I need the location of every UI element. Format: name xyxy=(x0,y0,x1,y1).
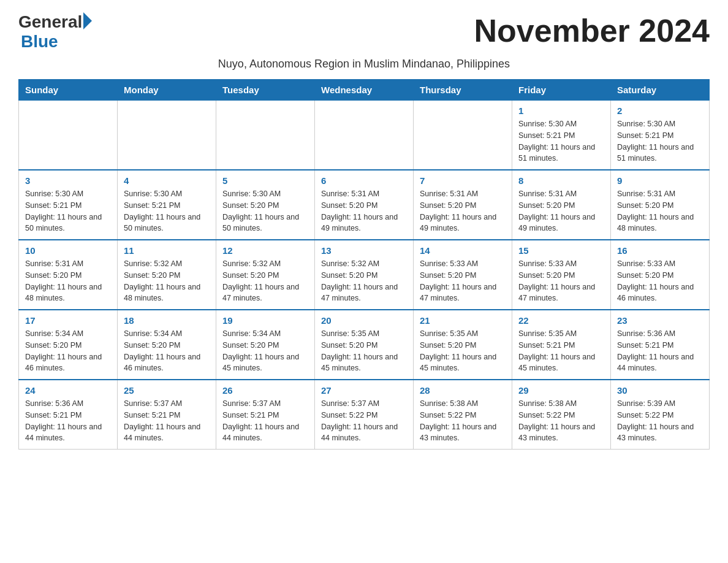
day-number: 6 xyxy=(321,175,407,186)
calendar-header-row: SundayMondayTuesdayWednesdayThursdayFrid… xyxy=(19,80,710,101)
day-info: Sunrise: 5:31 AMSunset: 5:20 PMDaylight:… xyxy=(617,188,703,234)
calendar-cell: 5Sunrise: 5:30 AMSunset: 5:20 PMDaylight… xyxy=(216,170,315,240)
day-number: 26 xyxy=(222,385,308,396)
day-number: 10 xyxy=(25,245,111,256)
day-info: Sunrise: 5:34 AMSunset: 5:20 PMDaylight:… xyxy=(25,328,111,374)
calendar-cell xyxy=(414,101,512,170)
calendar-week-1: 1Sunrise: 5:30 AMSunset: 5:21 PMDaylight… xyxy=(19,101,710,170)
calendar-cell: 30Sunrise: 5:39 AMSunset: 5:22 PMDayligh… xyxy=(611,380,710,450)
header-sunday: Sunday xyxy=(19,80,118,101)
calendar-cell xyxy=(19,101,118,170)
subtitle: Nuyo, Autonomous Region in Muslim Mindan… xyxy=(18,58,710,71)
calendar-cell: 26Sunrise: 5:37 AMSunset: 5:21 PMDayligh… xyxy=(216,380,315,450)
calendar-cell: 28Sunrise: 5:38 AMSunset: 5:22 PMDayligh… xyxy=(414,380,512,450)
day-number: 25 xyxy=(124,385,210,396)
day-info: Sunrise: 5:36 AMSunset: 5:21 PMDaylight:… xyxy=(25,398,111,444)
calendar-cell: 24Sunrise: 5:36 AMSunset: 5:21 PMDayligh… xyxy=(19,380,118,450)
calendar-cell: 4Sunrise: 5:30 AMSunset: 5:21 PMDaylight… xyxy=(118,170,216,240)
calendar-cell: 29Sunrise: 5:38 AMSunset: 5:22 PMDayligh… xyxy=(512,380,611,450)
day-number: 12 xyxy=(222,245,308,256)
header-saturday: Saturday xyxy=(611,80,710,101)
day-info: Sunrise: 5:32 AMSunset: 5:20 PMDaylight:… xyxy=(321,258,407,304)
logo-blue-container xyxy=(82,15,92,29)
calendar-cell xyxy=(118,101,216,170)
calendar-cell: 13Sunrise: 5:32 AMSunset: 5:20 PMDayligh… xyxy=(315,240,414,310)
calendar-cell: 22Sunrise: 5:35 AMSunset: 5:21 PMDayligh… xyxy=(512,310,611,380)
day-info: Sunrise: 5:33 AMSunset: 5:20 PMDaylight:… xyxy=(518,258,604,304)
day-number: 2 xyxy=(617,105,703,116)
day-number: 30 xyxy=(617,385,703,396)
calendar-cell xyxy=(315,101,414,170)
calendar-cell: 8Sunrise: 5:31 AMSunset: 5:20 PMDaylight… xyxy=(512,170,611,240)
day-number: 14 xyxy=(420,245,506,256)
day-info: Sunrise: 5:32 AMSunset: 5:20 PMDaylight:… xyxy=(124,258,210,304)
calendar-cell: 25Sunrise: 5:37 AMSunset: 5:21 PMDayligh… xyxy=(118,380,216,450)
day-number: 5 xyxy=(222,175,308,186)
calendar-week-5: 24Sunrise: 5:36 AMSunset: 5:21 PMDayligh… xyxy=(19,380,710,450)
calendar-table: SundayMondayTuesdayWednesdayThursdayFrid… xyxy=(18,79,710,450)
day-number: 20 xyxy=(321,315,407,326)
day-info: Sunrise: 5:31 AMSunset: 5:20 PMDaylight:… xyxy=(25,258,111,304)
calendar-week-4: 17Sunrise: 5:34 AMSunset: 5:20 PMDayligh… xyxy=(19,310,710,380)
day-info: Sunrise: 5:37 AMSunset: 5:21 PMDaylight:… xyxy=(222,398,308,444)
header-thursday: Thursday xyxy=(414,80,512,101)
page-header: General Blue November 2024 xyxy=(18,12,710,52)
header-friday: Friday xyxy=(512,80,611,101)
day-number: 23 xyxy=(617,315,703,326)
day-number: 1 xyxy=(518,105,604,116)
day-info: Sunrise: 5:38 AMSunset: 5:22 PMDaylight:… xyxy=(518,398,604,444)
day-info: Sunrise: 5:33 AMSunset: 5:20 PMDaylight:… xyxy=(617,258,703,304)
day-info: Sunrise: 5:30 AMSunset: 5:21 PMDaylight:… xyxy=(124,188,210,234)
calendar-cell: 19Sunrise: 5:34 AMSunset: 5:20 PMDayligh… xyxy=(216,310,315,380)
calendar-cell xyxy=(216,101,315,170)
calendar-cell: 7Sunrise: 5:31 AMSunset: 5:20 PMDaylight… xyxy=(414,170,512,240)
calendar-cell: 1Sunrise: 5:30 AMSunset: 5:21 PMDaylight… xyxy=(512,101,611,170)
day-info: Sunrise: 5:34 AMSunset: 5:20 PMDaylight:… xyxy=(222,328,308,374)
day-info: Sunrise: 5:31 AMSunset: 5:20 PMDaylight:… xyxy=(518,188,604,234)
day-info: Sunrise: 5:38 AMSunset: 5:22 PMDaylight:… xyxy=(420,398,506,444)
day-info: Sunrise: 5:36 AMSunset: 5:21 PMDaylight:… xyxy=(617,328,703,374)
day-info: Sunrise: 5:32 AMSunset: 5:20 PMDaylight:… xyxy=(222,258,308,304)
calendar-cell: 21Sunrise: 5:35 AMSunset: 5:20 PMDayligh… xyxy=(414,310,512,380)
day-info: Sunrise: 5:30 AMSunset: 5:21 PMDaylight:… xyxy=(518,118,604,164)
calendar-cell: 20Sunrise: 5:35 AMSunset: 5:20 PMDayligh… xyxy=(315,310,414,380)
calendar-cell: 18Sunrise: 5:34 AMSunset: 5:20 PMDayligh… xyxy=(118,310,216,380)
day-number: 3 xyxy=(25,175,111,186)
day-number: 17 xyxy=(25,315,111,326)
day-info: Sunrise: 5:35 AMSunset: 5:20 PMDaylight:… xyxy=(420,328,506,374)
logo-blue-text: Blue xyxy=(21,32,58,52)
day-number: 29 xyxy=(518,385,604,396)
header-wednesday: Wednesday xyxy=(315,80,414,101)
logo-triangle-icon xyxy=(83,12,92,29)
header-monday: Monday xyxy=(118,80,216,101)
day-number: 4 xyxy=(124,175,210,186)
logo-general-text: General xyxy=(18,12,82,32)
day-number: 7 xyxy=(420,175,506,186)
day-info: Sunrise: 5:30 AMSunset: 5:21 PMDaylight:… xyxy=(25,188,111,234)
calendar-cell: 23Sunrise: 5:36 AMSunset: 5:21 PMDayligh… xyxy=(611,310,710,380)
day-info: Sunrise: 5:37 AMSunset: 5:21 PMDaylight:… xyxy=(124,398,210,444)
day-info: Sunrise: 5:37 AMSunset: 5:22 PMDaylight:… xyxy=(321,398,407,444)
day-info: Sunrise: 5:30 AMSunset: 5:20 PMDaylight:… xyxy=(222,188,308,234)
day-number: 16 xyxy=(617,245,703,256)
day-info: Sunrise: 5:31 AMSunset: 5:20 PMDaylight:… xyxy=(420,188,506,234)
calendar-week-3: 10Sunrise: 5:31 AMSunset: 5:20 PMDayligh… xyxy=(19,240,710,310)
day-info: Sunrise: 5:31 AMSunset: 5:20 PMDaylight:… xyxy=(321,188,407,234)
day-number: 9 xyxy=(617,175,703,186)
day-number: 22 xyxy=(518,315,604,326)
calendar-cell: 15Sunrise: 5:33 AMSunset: 5:20 PMDayligh… xyxy=(512,240,611,310)
day-info: Sunrise: 5:33 AMSunset: 5:20 PMDaylight:… xyxy=(420,258,506,304)
header-tuesday: Tuesday xyxy=(216,80,315,101)
day-number: 15 xyxy=(518,245,604,256)
calendar-cell: 3Sunrise: 5:30 AMSunset: 5:21 PMDaylight… xyxy=(19,170,118,240)
day-number: 8 xyxy=(518,175,604,186)
calendar-cell: 17Sunrise: 5:34 AMSunset: 5:20 PMDayligh… xyxy=(19,310,118,380)
calendar-cell: 9Sunrise: 5:31 AMSunset: 5:20 PMDaylight… xyxy=(611,170,710,240)
day-number: 24 xyxy=(25,385,111,396)
calendar-cell: 27Sunrise: 5:37 AMSunset: 5:22 PMDayligh… xyxy=(315,380,414,450)
calendar-cell: 14Sunrise: 5:33 AMSunset: 5:20 PMDayligh… xyxy=(414,240,512,310)
calendar-cell: 16Sunrise: 5:33 AMSunset: 5:20 PMDayligh… xyxy=(611,240,710,310)
day-info: Sunrise: 5:30 AMSunset: 5:21 PMDaylight:… xyxy=(617,118,703,164)
day-number: 27 xyxy=(321,385,407,396)
calendar-cell: 6Sunrise: 5:31 AMSunset: 5:20 PMDaylight… xyxy=(315,170,414,240)
